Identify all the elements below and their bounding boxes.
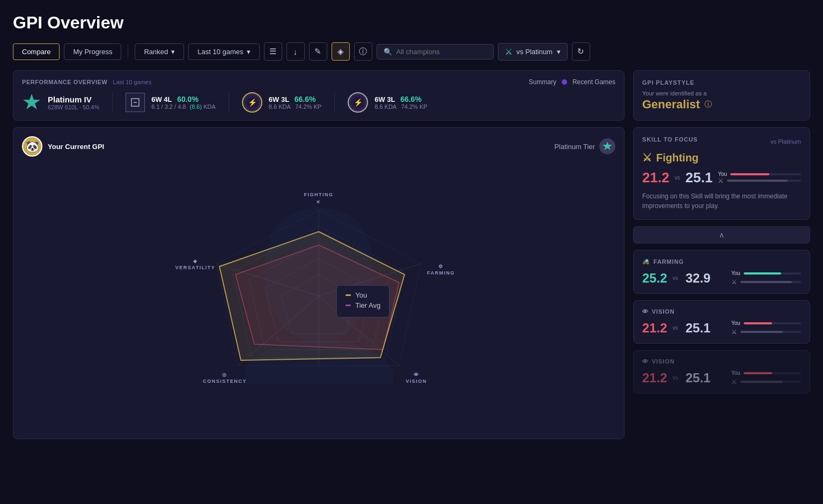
gpi-user: 🐼 Your Current GPI xyxy=(22,136,104,157)
rank-icon xyxy=(22,93,41,112)
skill-focus-desc: Focusing on this Skill will bring the mo… xyxy=(642,191,801,211)
vision-scores-1: 21.2 vs 25.1 xyxy=(642,321,710,336)
chevron-down-icon: ▾ xyxy=(557,48,561,56)
rank-block: Platinum IV 628W 610L · 50.4% xyxy=(22,93,113,112)
ranked-dropdown[interactable]: Ranked ▾ xyxy=(135,43,184,60)
skill-focus-header: SKILL TO FOCUS vs Platinum xyxy=(642,136,801,147)
gpi-label: Your Current GPI xyxy=(48,143,104,151)
queue-wins: 6W xyxy=(151,95,162,103)
playstyle-title: GPI PLAYSTYLE xyxy=(642,79,801,86)
vision-bar-you-2: You xyxy=(731,370,801,376)
tooltip-tier-dot xyxy=(346,305,351,306)
vision-bar-you-1: You xyxy=(731,320,801,326)
svg-text:◎: ◎ xyxy=(222,372,227,377)
radar-chart: ✕ FIGHTING ⚙ FARMING 👁 VISION ◎ CONSISTE… xyxy=(136,167,501,425)
search-bar[interactable]: 🔍 xyxy=(377,44,494,60)
champ2-avatar: ⚡ xyxy=(348,92,368,113)
vision-title-1: 👁 VISION xyxy=(642,308,801,315)
queue-wl-info: 6W 4L 60.0% 6.1 / 3.2 / 4.8 (8.6) KDA xyxy=(151,95,216,110)
icon-button-1[interactable]: ☰ xyxy=(264,42,282,61)
champ2-block: ⚡ 6W 3L 66.6% 8.6 xyxy=(348,92,440,113)
skill-bar-tier-fill xyxy=(727,180,788,182)
tooltip-you-dot xyxy=(346,294,351,296)
icon-button-edit[interactable]: ✎ xyxy=(309,42,327,61)
platinum-tier: Platinum Tier xyxy=(554,138,615,154)
champ2-wr: 66.6% xyxy=(400,95,422,103)
skill-tier-score: 25.1 xyxy=(686,169,713,186)
champ1-block: ⚡ 6W 3L 66.6% 8.6 xyxy=(242,92,335,113)
compare-button[interactable]: Compare xyxy=(13,43,60,60)
search-input[interactable] xyxy=(396,48,487,56)
farming-card: 🚜 FARMING 25.2 vs 32.9 You xyxy=(633,250,810,294)
perf-title: PERFORMANCE OVERVIEW xyxy=(22,79,107,85)
rank-info: Platinum IV 628W 610L · 50.4% xyxy=(48,95,99,110)
vision-bar-tier-1: ⚔ xyxy=(731,328,801,336)
playstyle-identified-label: Your were identified as a xyxy=(642,90,801,97)
playstyle-card: GPI PLAYSTYLE Your were identified as a … xyxy=(633,70,810,121)
chevron-down-icon: ▾ xyxy=(247,48,251,56)
champ1-wr: 66.6% xyxy=(295,95,316,103)
farming-icon: 🚜 xyxy=(642,258,650,265)
playstyle-info-icon[interactable]: ⓘ xyxy=(704,100,712,109)
skill-focus-title: SKILL TO FOCUS xyxy=(642,136,698,143)
svg-text:FARMING: FARMING xyxy=(427,270,455,276)
farming-you: 25.2 xyxy=(642,271,667,286)
svg-text:⚡: ⚡ xyxy=(247,98,257,107)
farming-bar-tier: ⚔ xyxy=(731,278,801,286)
user-avatar: 🐼 xyxy=(22,136,42,157)
recent-games-label: Recent Games xyxy=(572,78,615,86)
queue-kda: 6.1 / 3.2 / 4.8 (8.6) KDA xyxy=(151,103,216,110)
vision-title-2: 👁 VISION xyxy=(642,358,801,365)
tier-icon: ⚔ xyxy=(731,278,737,286)
tooltip-you-row: You xyxy=(346,291,380,299)
vision-icon-1: 👁 xyxy=(642,308,649,315)
skill-scores: 21.2 vs 25.1 You ⚔ xyxy=(642,169,801,186)
page-title: GPI Overview xyxy=(13,13,810,33)
skill-icon: ⚔ xyxy=(642,151,652,164)
radar-chart-container: 👤 xyxy=(22,162,615,430)
platinum-icon xyxy=(599,138,615,154)
icon-button-2[interactable]: ↓ xyxy=(286,42,305,61)
platinum-label: Platinum Tier xyxy=(554,143,595,151)
svg-text:✕: ✕ xyxy=(316,199,321,205)
left-panel: PERFORMANCE OVERVIEW Last 10 games Summa… xyxy=(13,70,624,439)
chevron-down-icon: ▾ xyxy=(171,48,175,56)
skill-bar-you-track xyxy=(730,173,801,175)
vision-tier-1: 25.1 xyxy=(686,321,711,336)
svg-text:⚙: ⚙ xyxy=(438,264,444,269)
toggle-dot xyxy=(562,79,567,85)
skill-bar-you-row: You xyxy=(718,171,801,177)
tooltip-you-label: You xyxy=(355,291,367,299)
my-progress-button[interactable]: My Progress xyxy=(64,43,121,60)
vision-scores-2: 21.2 vs 25.1 xyxy=(642,370,710,386)
skill-bar-you-fill xyxy=(730,173,769,175)
playstyle-type: Generalist xyxy=(642,98,700,112)
icon-button-radar[interactable]: ◈ xyxy=(332,42,350,61)
skill-bar-tier-track xyxy=(727,180,801,182)
champ1-info: 6W 3L 66.6% 8.6 KDA 74.2% KP xyxy=(269,95,321,110)
skill-bar-tier-row: ⚔ xyxy=(718,177,801,184)
champ2-kda: 8.6 KDA 74.2% KP xyxy=(374,103,427,110)
icon-button-info[interactable]: ⓘ xyxy=(354,42,372,61)
vision-you-1: 21.2 xyxy=(642,321,667,336)
last10-dropdown[interactable]: Last 10 games ▾ xyxy=(188,43,259,60)
farming-title: 🚜 FARMING xyxy=(642,258,801,265)
farming-tier: 32.9 xyxy=(686,271,711,286)
chevron-up-icon: ∧ xyxy=(719,231,724,239)
svg-text:VERSATILITY: VERSATILITY xyxy=(175,265,215,270)
queue-wr: 60.0% xyxy=(177,95,199,103)
summary-toggle: Summary Recent Games xyxy=(529,78,615,86)
toolbar: Compare My Progress Ranked ▾ Last 10 gam… xyxy=(13,42,810,61)
svg-text:VISION: VISION xyxy=(406,379,427,384)
collapse-button[interactable]: ∧ xyxy=(633,226,810,243)
search-icon: 🔍 xyxy=(384,48,392,56)
refresh-button[interactable]: ↻ xyxy=(572,42,590,61)
vs-platinum-dropdown[interactable]: ⚔ vs Platinum ▾ xyxy=(498,43,568,61)
radar-tooltip: You Tier Avg xyxy=(336,285,390,317)
vision-you-2: 21.2 xyxy=(642,370,667,386)
svg-text:◈: ◈ xyxy=(193,258,198,264)
vs-label: vs Platinum xyxy=(517,48,553,56)
performance-card: PERFORMANCE OVERVIEW Last 10 games Summa… xyxy=(13,70,624,121)
champ1-kda: 8.6 KDA 74.2% KP xyxy=(269,103,321,110)
vision-bar-tier-2: ⚔ xyxy=(731,378,801,386)
